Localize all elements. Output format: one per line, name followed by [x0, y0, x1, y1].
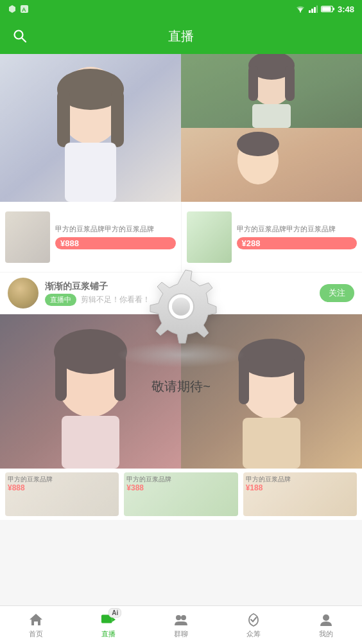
page-title: 直播 [168, 28, 194, 45]
svg-rect-8 [332, 8, 334, 10]
wifi-icon [295, 5, 306, 13]
svg-text:A: A [22, 6, 26, 13]
header: 直播 [0, 18, 362, 54]
gear-icon [139, 265, 223, 348]
nav-item-home[interactable]: 首页 [0, 608, 73, 643]
notification-icon [8, 4, 17, 13]
ai-badge: Ai [108, 608, 121, 618]
overlay-text: 敬请期待~ [151, 378, 211, 395]
svg-rect-6 [316, 6, 318, 13]
bottom-nav: 首页 Ai 直播 群聊 众筹 [0, 605, 362, 644]
svg-marker-42 [112, 617, 116, 622]
gear-wrapper [117, 265, 245, 368]
svg-rect-5 [314, 7, 316, 13]
mine-icon [318, 612, 334, 627]
status-bar: A 3:48 [0, 0, 362, 18]
svg-rect-4 [311, 9, 313, 13]
nav-item-mine[interactable]: 我的 [289, 608, 362, 643]
svg-point-43 [105, 617, 109, 621]
search-button[interactable] [10, 26, 30, 46]
search-icon [13, 29, 27, 43]
battery-icon [321, 5, 335, 13]
svg-point-2 [300, 12, 301, 13]
status-time: 3:48 [338, 4, 354, 14]
loading-overlay: 敬请期待~ [0, 54, 362, 605]
svg-rect-3 [309, 10, 311, 13]
status-left: A [8, 4, 30, 14]
main-content: 甲方的豆浆品牌甲方的豆浆品牌 ¥888 甲方的豆浆品牌甲方的豆浆品牌 ¥288 … [0, 54, 362, 605]
signal-icon [308, 5, 318, 13]
nav-label-live: 直播 [101, 629, 116, 639]
svg-point-46 [323, 614, 329, 621]
nav-item-live[interactable]: Ai 直播 [73, 608, 145, 643]
svg-point-45 [181, 615, 186, 620]
svg-rect-9 [322, 7, 331, 12]
svg-line-11 [22, 38, 26, 42]
nav-label-group: 群聊 [174, 629, 188, 639]
svg-point-44 [176, 615, 181, 620]
group-icon [173, 612, 189, 627]
app-icon: A [19, 4, 30, 14]
nav-item-group[interactable]: 群聊 [145, 608, 218, 643]
live-icon: Ai [101, 612, 116, 627]
nav-item-crowdfund[interactable]: 众筹 [217, 608, 289, 643]
nav-label-mine: 我的 [319, 629, 333, 639]
nav-label-home: 首页 [29, 629, 43, 639]
crowdfund-icon [246, 612, 261, 627]
status-icons: 3:48 [295, 4, 354, 14]
home-icon [28, 612, 44, 627]
nav-label-crowdfund: 众筹 [246, 629, 261, 639]
svg-point-40 [172, 298, 190, 316]
